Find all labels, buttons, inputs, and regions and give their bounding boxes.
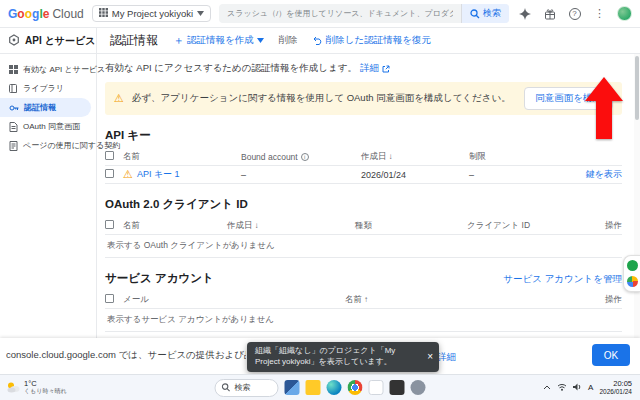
toast-message: 組織「組織なし」のプロジェクト「My Project yokiyoki」を表示し…	[255, 346, 421, 368]
tray-chevron-up-icon[interactable]	[543, 385, 551, 390]
red-arrow-annotation	[585, 77, 623, 139]
cookie-detail-link[interactable]: 詳細	[437, 351, 456, 364]
weather-widget[interactable]: 1°C くもり時々晴れ	[0, 380, 67, 396]
sort-asc-icon: ↑	[364, 295, 368, 304]
cookie-ok-button[interactable]: OK	[592, 344, 630, 366]
restrictions-value: –	[469, 170, 561, 180]
project-selector[interactable]: My Project yokiyoki	[92, 5, 211, 22]
select-all-checkbox[interactable]	[105, 151, 114, 160]
volume-icon[interactable]	[573, 383, 582, 391]
system-tray: A 20:05 2026/01/24	[543, 379, 640, 396]
service-accounts-section: サービス アカウント サービス アカウントを管理 メール 名前↑ 操作 表示する…	[105, 271, 622, 332]
global-search: 検索	[219, 4, 509, 23]
terminal-app-icon[interactable]	[390, 380, 405, 395]
close-icon[interactable]: ×	[427, 350, 433, 364]
scrollbar-thumb[interactable]	[635, 56, 639, 120]
row-checkbox[interactable]	[105, 169, 114, 178]
edge-browser-icon[interactable]	[327, 380, 342, 395]
col-created[interactable]: 作成日↓	[361, 151, 469, 163]
page-toolbar: 認証情報 ＋ 認証情報を作成 削除 削除した認証情報を復元	[97, 28, 640, 53]
api-key-row: ⚠ API キー 1 – 2026/01/24 – 鍵を表示	[105, 166, 622, 184]
intro-learn-more-link[interactable]: 詳細	[360, 62, 379, 75]
restore-icon	[313, 36, 323, 45]
project-name: My Project yokiyoki	[112, 8, 193, 19]
search-icon	[222, 383, 231, 392]
open-in-new-icon	[382, 65, 390, 73]
file-explorer-icon[interactable]	[306, 380, 321, 395]
sidebar-item-credentials[interactable]: 認証情報	[0, 98, 91, 117]
search-button[interactable]: 検索	[461, 4, 509, 23]
col-email: メール	[123, 294, 345, 306]
key-icon	[9, 103, 19, 113]
oauth-clients-section: OAuth 2.0 クライアント ID 名前 作成日↓ 種類 クライアント ID…	[105, 197, 622, 258]
col-name[interactable]: 名前↑	[345, 294, 582, 306]
avatar[interactable]	[617, 6, 632, 21]
library-icon	[9, 84, 18, 93]
page-title: 認証情報	[110, 32, 158, 49]
api-key-link[interactable]: API キー 1	[137, 168, 180, 181]
select-all-checkbox[interactable]	[105, 294, 114, 303]
select-all-checkbox[interactable]	[105, 220, 114, 229]
project-toast: 組織「組織なし」のプロジェクト「My Project yokiyoki」を表示し…	[247, 342, 439, 372]
api-keys-title: API キー	[105, 128, 622, 143]
credentials-page: 有効な API にアクセスするための認証情報を作成します。 詳細 ⚠ 必ず、アプ…	[97, 54, 634, 338]
sidebar-item-enabled-apis[interactable]: 有効な API とサービス	[0, 60, 91, 79]
api-services-icon	[8, 34, 20, 48]
gift-icon[interactable]	[542, 6, 557, 21]
task-view-icon[interactable]	[285, 380, 300, 395]
wifi-icon[interactable]	[557, 383, 567, 391]
service-accounts-header-row: メール 名前↑ 操作	[105, 291, 622, 309]
manage-service-accounts-link[interactable]: サービス アカウントを管理	[503, 273, 622, 286]
store-app-icon[interactable]	[369, 380, 384, 395]
help-icon[interactable]: ?	[567, 6, 582, 21]
taskbar-clock[interactable]: 20:05 2026/01/24	[599, 379, 632, 396]
settings-app-icon[interactable]	[411, 380, 426, 395]
consent-screen-icon	[9, 122, 18, 132]
project-grid-icon	[99, 8, 108, 19]
chevron-down-icon	[257, 38, 264, 43]
browser-side-panel-buttons	[623, 255, 640, 292]
gemini-icon[interactable]	[517, 6, 532, 21]
sidebar-item-usage-agreements[interactable]: ページの使用に関する契約	[0, 136, 91, 155]
search-icon	[470, 9, 480, 19]
col-name: 名前	[123, 151, 241, 163]
vertical-scrollbar[interactable]	[634, 54, 640, 338]
col-created[interactable]: 作成日↓	[227, 220, 355, 232]
chrome-browser-icon[interactable]	[348, 380, 363, 395]
google-cloud-logo[interactable]: GoogleCloud	[8, 7, 84, 21]
delete-button[interactable]: 削除	[279, 34, 298, 47]
windows-taskbar: 1°C くもり時々晴れ 検索	[0, 374, 640, 400]
google-cloud-console: GoogleCloud My Project yokiyoki 検索 ? ⋮	[0, 0, 640, 400]
sidebar-item-oauth-consent[interactable]: OAuth 同意画面	[0, 117, 91, 136]
col-name: 名前	[123, 220, 227, 232]
more-vert-icon[interactable]: ⋮	[592, 6, 607, 21]
weather-temperature: 1°C	[24, 380, 67, 389]
banner-text: 必ず、アプリケーションに関する情報を使用して OAuth 同意画面を構成してくだ…	[132, 92, 511, 105]
oauth-clients-title: OAuth 2.0 クライアント ID	[105, 197, 622, 212]
grid-icon	[9, 65, 18, 74]
intro-text: 有効な API にアクセスするための認証情報を作成します。 詳細	[105, 62, 622, 75]
sort-desc-icon: ↓	[255, 221, 259, 230]
sub-header: API とサービス 認証情報 ＋ 認証情報を作成 削除 削除した認証情報を復元	[0, 28, 640, 54]
sidebar-item-library[interactable]: ライブラリ	[0, 79, 91, 98]
ime-indicator[interactable]: A	[588, 383, 593, 392]
bound-account-value: –	[241, 170, 361, 180]
clock-time: 20:05	[599, 379, 632, 388]
oauth-consent-warning-banner: ⚠ 必ず、アプリケーションに関する情報を使用して OAuth 同意画面を構成して…	[105, 82, 622, 115]
top-bar-actions: ? ⋮	[517, 6, 632, 21]
service-accounts-empty-state: 表示するサービス アカウントがありません	[105, 309, 622, 332]
weather-description: くもり時々晴れ	[24, 388, 67, 395]
create-credentials-button[interactable]: ＋ 認証情報を作成	[173, 33, 264, 48]
weather-icon	[6, 381, 20, 393]
info-icon[interactable]: i	[301, 153, 309, 161]
show-key-link[interactable]: 鍵を表示	[561, 168, 622, 181]
taskbar-center: 検索	[215, 379, 426, 397]
restore-credentials-button[interactable]: 削除した認証情報を復元	[313, 34, 431, 47]
extension-button-green[interactable]	[627, 260, 638, 271]
col-actions: 操作	[582, 294, 622, 306]
plus-icon: ＋	[173, 33, 184, 48]
search-input[interactable]	[219, 4, 461, 23]
agreement-icon	[9, 141, 18, 151]
extension-button-multicolor[interactable]	[627, 276, 638, 287]
taskbar-search[interactable]: 検索	[215, 379, 279, 397]
